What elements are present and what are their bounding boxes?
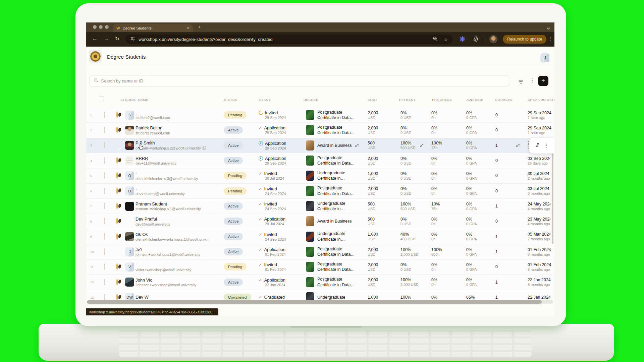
degree-name[interactable]: Postgraduate Certificate in Data… — [317, 246, 355, 257]
vertical-scrollbar-thumb[interactable] — [552, 143, 553, 244]
university-logo[interactable] — [89, 50, 102, 63]
horizontal-scrollbar-thumb[interactable] — [87, 300, 542, 304]
expand-courses-icon[interactable] — [516, 143, 520, 148]
window-close-button[interactable] — [93, 25, 97, 29]
row-checkbox[interactable] — [104, 279, 105, 285]
select-all-checkbox[interactable] — [99, 96, 104, 101]
table-row[interactable]: 8 Dev Prafful dev@woolf.university Activ… — [86, 214, 554, 229]
degree-name[interactable]: Postgraduate Certificate in Data… — [317, 110, 355, 121]
col-courses[interactable]: COURSES — [495, 98, 513, 102]
row-checkbox[interactable] — [104, 233, 105, 240]
col-status[interactable]: STATUS — [224, 98, 237, 102]
degree-name[interactable]: Undergraduate — [317, 295, 345, 300]
tab-search-chevron-icon[interactable] — [546, 25, 550, 31]
row-checkbox[interactable] — [104, 188, 105, 194]
degree-name[interactable]: Award in Business — [317, 143, 352, 148]
row-checkbox[interactable] — [104, 157, 105, 164]
degree-name[interactable]: Postgraduate Certificate in Data… — [317, 185, 355, 196]
zoom-out-icon[interactable] — [433, 36, 438, 43]
row-checkbox[interactable] — [104, 263, 105, 270]
table-row[interactable]: 4 RRRR dev+11@woolf.university Active Ap… — [86, 153, 554, 168]
vertical-scrollbar[interactable] — [550, 141, 554, 250]
search-input[interactable]: Search by name or ID — [90, 75, 509, 86]
table-row[interactable]: 3 P B Smith pranam+workshop.s.2@woolf.un… — [86, 138, 554, 153]
degree-name[interactable]: Postgraduate Certificate in Data… — [317, 155, 355, 166]
degree-name[interactable]: Undergraduate Certificate in… — [317, 201, 345, 212]
degree-name[interactable]: Award in Business — [317, 219, 352, 224]
tab-close-icon[interactable]: × — [187, 26, 190, 30]
col-stage[interactable]: STAGE — [259, 98, 271, 102]
table-row[interactable]: 7 Pranam Student pranam+workshop.s.1@woo… — [86, 199, 554, 214]
student-name[interactable]: Ok Ok — [136, 232, 219, 237]
user-avatar[interactable]: J — [540, 53, 549, 62]
student-name[interactable]: Dev Prafful — [136, 217, 219, 222]
window-minimize-button[interactable] — [99, 25, 103, 29]
col-cost[interactable]: COST — [368, 98, 377, 102]
extensions-puzzle-icon[interactable] — [473, 36, 479, 43]
table-row[interactable]: 10 J Jv1 johnson+workshop.s1@woolf.unive… — [86, 244, 554, 259]
table-row[interactable]: 5 O - olenakhilchenko+s.3@woolf.universi… — [86, 168, 554, 183]
filter-icon[interactable] — [518, 79, 524, 84]
row-checkbox[interactable] — [104, 172, 105, 179]
expand-payment-icon[interactable] — [419, 143, 424, 148]
browser-profile-avatar[interactable] — [489, 35, 497, 43]
student-name[interactable]: - — [136, 186, 219, 192]
horizontal-scrollbar[interactable] — [87, 300, 553, 304]
col-degree[interactable]: DEGREE — [304, 98, 318, 102]
table-row[interactable]: 12 John Vic Johnson+workshop@woolf.unive… — [86, 275, 554, 290]
student-name[interactable]: RRRR — [136, 156, 219, 161]
relaunch-button[interactable]: Relaunch to update — [503, 35, 546, 44]
student-name[interactable]: - — [136, 110, 219, 116]
table-row[interactable]: 6 D - dev+student@woolf.university Pendi… — [86, 184, 554, 199]
student-name[interactable]: Dev W — [136, 295, 219, 300]
student-name[interactable]: - — [136, 262, 219, 267]
col-progress[interactable]: PROGRESS — [432, 98, 452, 102]
reload-icon[interactable]: ↻ — [115, 36, 119, 42]
row-checkbox[interactable] — [104, 112, 105, 118]
back-icon[interactable]: ← — [92, 36, 98, 43]
copy-icon[interactable] — [203, 146, 206, 150]
new-tab-button[interactable]: + — [198, 24, 201, 29]
table-menu-icon[interactable]: ⋮ — [530, 77, 535, 83]
browser-tab[interactable]: W Degree Students × — [113, 24, 193, 32]
expand-degree-icon[interactable] — [355, 143, 359, 148]
row-checkbox[interactable] — [104, 203, 105, 209]
col-average[interactable]: AVERAGE — [467, 98, 483, 102]
table-row[interactable]: 9 Ok Ok olenakhilchenko+workshop.s.1@woo… — [86, 229, 554, 244]
url-bar[interactable]: workshop.x.university/degree-students?or… — [125, 35, 453, 44]
creation-date: 29 Sep 2024 — [528, 111, 554, 115]
creation-date: 01 Feb 2024 — [528, 262, 554, 267]
table-row[interactable]: 13 DW Dev W Completed Graduated Undergra… — [86, 290, 554, 301]
row-checkbox[interactable] — [104, 127, 105, 133]
row-checkbox[interactable] — [104, 248, 105, 255]
student-name[interactable]: Pranam Student — [136, 201, 219, 207]
degree-name[interactable]: Postgraduate Certificate in Data… — [317, 125, 355, 136]
student-name[interactable]: - — [136, 171, 219, 176]
degree-name[interactable]: Undergraduate Certificate in… — [317, 231, 345, 242]
table-row[interactable]: 2 Patrick Bolton student1@woolf.com Acti… — [86, 123, 554, 138]
table-row[interactable]: 11 V - victor+workshop@woolf.university … — [86, 259, 554, 275]
degree-name[interactable]: Postgraduate Certificate in Data… — [317, 277, 355, 288]
extension-flower-icon[interactable] — [460, 36, 465, 43]
row-checkbox[interactable] — [104, 294, 105, 300]
window-zoom-button[interactable] — [105, 25, 109, 29]
student-name[interactable]: Jv1 — [136, 247, 219, 252]
table-row[interactable]: 1 S - student2@woolf.com Pending Invited… — [86, 108, 554, 123]
row-checkbox[interactable] — [104, 142, 105, 148]
student-name[interactable]: Patrick Bolton — [136, 125, 219, 131]
student-name[interactable]: P B Smith — [136, 140, 219, 146]
student-name[interactable]: John Vic — [136, 278, 219, 283]
browser-menu-icon[interactable]: ⋮ — [548, 36, 553, 41]
col-payment[interactable]: PAYMENT — [399, 98, 416, 102]
col-student-name[interactable]: STUDENT NAME — [120, 98, 148, 102]
row-checkbox[interactable] — [104, 218, 105, 224]
degree-name[interactable]: Postgraduate Certificate in Data… — [317, 261, 355, 273]
add-student-button[interactable]: + — [538, 76, 548, 86]
open-row-icon[interactable] — [535, 142, 540, 149]
col-creation-date[interactable]: CREATION DATE — [528, 98, 554, 102]
degree-name[interactable]: Undergraduate Certificate in… — [317, 170, 345, 181]
row-menu-icon[interactable]: ⋮ — [544, 143, 549, 148]
bookmark-star-icon[interactable]: ☆ — [444, 37, 448, 42]
site-settings-icon[interactable] — [130, 36, 135, 43]
forward-icon[interactable]: → — [104, 36, 109, 43]
